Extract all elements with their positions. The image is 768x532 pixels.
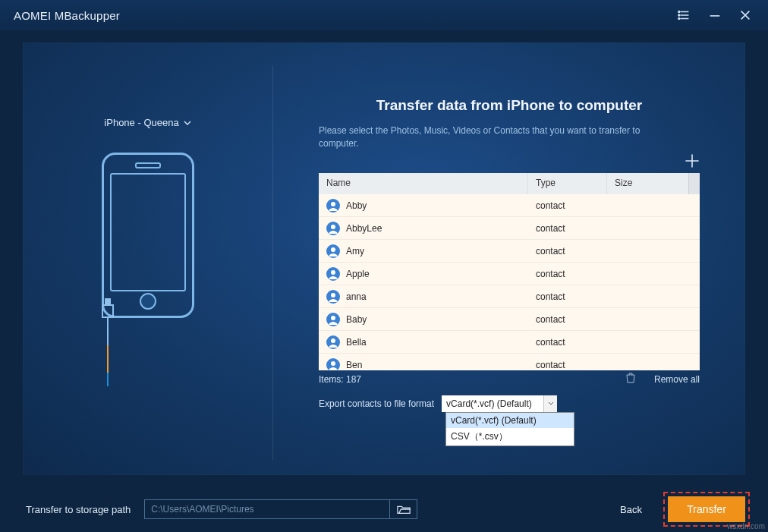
contact-icon <box>326 290 340 304</box>
col-size[interactable]: Size <box>607 173 688 194</box>
contact-icon <box>326 267 340 281</box>
cell-name: Bella <box>346 337 367 348</box>
device-selector[interactable]: iPhone - Queena <box>104 117 190 128</box>
chevron-down-icon <box>184 119 191 127</box>
cell-size <box>607 224 700 233</box>
cell-name: AbbyLee <box>346 223 382 234</box>
cell-size <box>607 315 700 324</box>
transfer-button[interactable]: Transfer <box>668 496 745 522</box>
titlebar: AOMEI MBackupper <box>0 0 768 30</box>
scrollbar-stub <box>688 173 700 194</box>
svg-point-8 <box>331 247 335 252</box>
export-format-value: vCard(*.vcf) (Default) <box>446 398 532 409</box>
items-label: Items: <box>319 374 344 385</box>
svg-point-4 <box>331 202 335 206</box>
contact-icon <box>326 199 340 212</box>
watermark: wsxdn.com <box>727 522 765 530</box>
trash-icon[interactable] <box>625 373 636 386</box>
svg-point-0 <box>678 11 680 13</box>
right-column: Transfer data from iPhone to computer Pl… <box>319 65 700 460</box>
table-row[interactable]: Babycontact <box>319 308 700 331</box>
remove-all-link[interactable]: Remove all <box>654 374 700 385</box>
chevron-down-icon <box>543 395 557 412</box>
storage-path-box <box>144 499 417 519</box>
contact-icon <box>326 335 340 349</box>
col-name[interactable]: Name <box>319 173 528 194</box>
left-column: iPhone - Queena <box>23 65 273 460</box>
contact-icon <box>326 222 340 235</box>
svg-point-16 <box>331 338 335 343</box>
cell-size <box>607 292 700 301</box>
cell-name: Amy <box>346 246 364 257</box>
data-grid: Name Type Size AbbycontactAbbyLeecontact… <box>319 173 700 370</box>
cell-size <box>607 269 700 279</box>
page-subtitle: Please select the Photos, Music, Videos … <box>319 124 645 150</box>
svg-point-10 <box>331 270 335 275</box>
svg-point-12 <box>331 293 335 297</box>
folder-open-icon <box>397 504 411 515</box>
items-count: 187 <box>346 374 361 385</box>
contact-icon <box>326 244 340 258</box>
minimize-icon[interactable] <box>700 0 730 30</box>
items-row: Items: 187 Remove all <box>319 373 700 386</box>
cell-type: contact <box>528 219 607 238</box>
phone-illustration <box>102 153 194 382</box>
cell-type: contact <box>528 264 607 284</box>
table-row[interactable]: Bencontact <box>319 354 700 370</box>
cell-size <box>607 338 700 347</box>
table-row[interactable]: Bellacontact <box>319 331 700 354</box>
page-title: Transfer data from iPhone to computer <box>319 97 700 114</box>
footer: Transfer to storage path Back Transfer <box>0 486 768 532</box>
svg-point-1 <box>678 14 680 16</box>
cell-name: Ben <box>346 360 362 370</box>
col-type[interactable]: Type <box>528 173 607 194</box>
main-panel: iPhone - Queena Transfer data from iPhon… <box>23 42 745 475</box>
grid-body[interactable]: AbbycontactAbbyLeecontactAmycontactApple… <box>319 194 700 370</box>
plus-icon <box>685 153 700 168</box>
cell-type: contact <box>528 355 607 371</box>
table-row[interactable]: Amycontact <box>319 240 700 263</box>
cell-type: contact <box>528 287 607 307</box>
cell-size <box>607 201 700 210</box>
cell-size <box>607 247 700 256</box>
svg-point-18 <box>331 361 335 366</box>
storage-path-label: Transfer to storage path <box>26 504 131 515</box>
export-format-select[interactable]: vCard(*.vcf) (Default) <box>442 395 557 412</box>
cell-name: Baby <box>346 314 367 325</box>
export-label: Export contacts to file format <box>319 398 434 409</box>
device-label: iPhone - Queena <box>104 117 178 128</box>
close-icon[interactable] <box>730 0 760 30</box>
contact-icon <box>326 313 340 326</box>
cell-name: Apple <box>346 269 370 279</box>
svg-point-2 <box>678 18 680 20</box>
cell-type: contact <box>528 196 607 216</box>
back-button[interactable]: Back <box>620 504 642 515</box>
table-row[interactable]: annacontact <box>319 285 700 308</box>
export-option-csv[interactable]: CSV（*.csv） <box>446 428 574 445</box>
export-option-vcard[interactable]: vCard(*.vcf) (Default) <box>446 413 574 428</box>
cell-type: contact <box>528 310 607 329</box>
svg-point-14 <box>331 316 335 320</box>
cell-name: anna <box>346 291 367 302</box>
table-row[interactable]: AbbyLeecontact <box>319 217 700 240</box>
cell-type: contact <box>528 241 607 261</box>
export-format-dropdown[interactable]: vCard(*.vcf) (Default) CSV（*.csv） <box>445 412 574 446</box>
svg-point-6 <box>331 225 335 229</box>
cell-name: Abby <box>346 200 367 211</box>
export-row: Export contacts to file format vCard(*.v… <box>319 395 557 412</box>
cell-size <box>607 360 700 370</box>
grid-header: Name Type Size <box>319 173 700 194</box>
table-row[interactable]: Abbycontact <box>319 194 700 217</box>
menu-list-icon[interactable] <box>669 0 700 30</box>
add-button[interactable] <box>685 153 700 172</box>
table-row[interactable]: Applecontact <box>319 263 700 285</box>
cell-type: contact <box>528 332 607 352</box>
storage-path-input[interactable] <box>145 504 389 515</box>
contact-icon <box>326 358 340 371</box>
browse-button[interactable] <box>389 499 417 519</box>
app-title: AOMEI MBackupper <box>14 9 669 22</box>
